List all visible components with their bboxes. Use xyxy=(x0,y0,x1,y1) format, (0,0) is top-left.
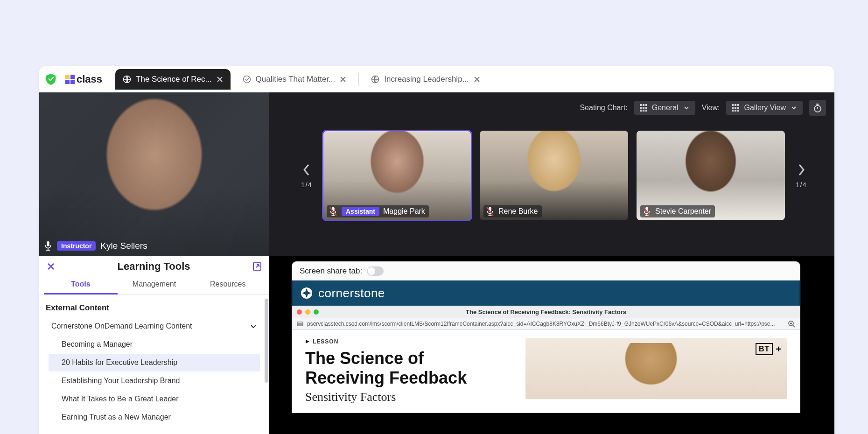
sidebar-scrollbar[interactable] xyxy=(265,299,268,383)
course-item[interactable]: 20 Habits for Executive Leadership xyxy=(49,354,260,371)
lesson-title-line2: Receiving Feedback xyxy=(305,368,467,387)
close-icon[interactable] xyxy=(217,76,223,83)
site-settings-icon[interactable] xyxy=(297,321,303,327)
instructor-photo xyxy=(39,92,269,256)
sidebar-tab-resources[interactable]: Resources xyxy=(191,275,265,294)
sidebar-title: Learning Tools xyxy=(55,260,252,273)
participant-name: Maggie Park xyxy=(383,207,425,216)
tile-footer: Assistant Maggie Park xyxy=(327,205,429,217)
zoom-icon[interactable] xyxy=(788,320,795,328)
timer-button[interactable] xyxy=(809,100,826,116)
bt-badge-text: BT xyxy=(756,343,773,355)
svg-rect-22 xyxy=(737,107,739,109)
tab-label: The Science of Rec... xyxy=(136,75,212,84)
svg-rect-7 xyxy=(47,241,49,246)
globe-icon xyxy=(371,75,379,84)
tile-footer: Stevie Carpenter xyxy=(640,205,715,217)
sidebar-tab-management[interactable]: Management xyxy=(118,275,191,294)
participant-tile-maggie[interactable]: Assistant Maggie Park xyxy=(323,131,471,220)
participant-tile-rene[interactable]: Rene Burke xyxy=(480,131,628,220)
svg-rect-12 xyxy=(643,107,644,109)
svg-rect-1 xyxy=(70,75,75,79)
svg-rect-20 xyxy=(732,107,734,109)
participant-name: Stevie Carpenter xyxy=(655,207,711,216)
svg-rect-16 xyxy=(645,110,647,112)
sidebar-tab-tools[interactable]: Tools xyxy=(44,275,118,294)
view-controls: Seating Chart: General View: Gallery Vie… xyxy=(580,100,826,116)
seating-chart-value: General xyxy=(652,104,679,112)
course-item[interactable]: Becoming a Manager xyxy=(49,336,260,353)
participant-tile-stevie[interactable]: Stevie Carpenter xyxy=(637,131,785,220)
page-indicator-right: 1/4 xyxy=(796,181,807,189)
svg-rect-23 xyxy=(732,110,734,112)
app-window: class The Science of Rec... Qualities Th… xyxy=(39,66,834,434)
tab-increasing-leadership[interactable]: Increasing Leadership... xyxy=(364,69,487,90)
lesson-title-line1: The Science of xyxy=(305,349,424,368)
check-circle-icon xyxy=(243,75,251,84)
svg-rect-17 xyxy=(732,104,734,106)
role-badge-instructor: Instructor xyxy=(57,241,96,251)
gallery-prev-col: 1/4 xyxy=(301,163,313,189)
mac-minimize-dot[interactable] xyxy=(305,309,310,315)
chevron-left-icon[interactable] xyxy=(301,163,313,177)
close-icon[interactable] xyxy=(340,76,346,83)
svg-rect-10 xyxy=(645,104,647,106)
plus-icon: + xyxy=(776,344,781,355)
brand-mark-icon xyxy=(65,75,75,84)
sidebar-folder[interactable]: Cornerstone OnDemand Learning Content xyxy=(46,317,263,335)
tab-separator xyxy=(358,73,359,86)
url-text[interactable]: pservclasstech.csod.com/lms/scorm/client… xyxy=(307,321,784,327)
microphone-muted-icon xyxy=(642,206,651,217)
role-badge-assistant: Assistant xyxy=(342,207,379,216)
screen-share-label: Screen share tab: xyxy=(300,266,362,276)
seating-chart-dropdown[interactable]: General xyxy=(634,101,695,115)
svg-rect-2 xyxy=(65,80,70,84)
chevron-down-icon xyxy=(250,322,257,330)
tab-science-of-rec[interactable]: The Science of Rec... xyxy=(115,69,231,90)
expand-icon[interactable] xyxy=(252,262,262,271)
tab-qualities[interactable]: Qualities That Matter... xyxy=(235,69,354,90)
svg-rect-24 xyxy=(735,110,736,112)
svg-rect-0 xyxy=(65,75,70,79)
lesson-tag: LESSON xyxy=(305,338,516,345)
browser-address-bar: pservclasstech.csod.com/lms/scorm/client… xyxy=(292,318,800,330)
instructor-name: Kyle Sellers xyxy=(100,241,147,251)
page-indicator-left: 1/4 xyxy=(301,181,312,189)
cornerstone-banner: cornerstone xyxy=(292,280,800,306)
svg-rect-13 xyxy=(645,107,647,109)
bt-plus-badge: BT + xyxy=(756,343,781,355)
participant-name: Rene Burke xyxy=(498,207,538,216)
brand-name: class xyxy=(77,73,102,85)
view-value: Gallery View xyxy=(744,104,786,112)
microphone-muted-icon xyxy=(329,206,338,217)
svg-rect-32 xyxy=(297,322,303,323)
screen-share-toggle-row: Screen share tab: xyxy=(292,262,800,280)
svg-rect-33 xyxy=(297,324,303,326)
course-item[interactable]: Earning Trust as a New Manager xyxy=(49,408,260,426)
svg-point-5 xyxy=(243,76,250,83)
screen-share-window: Screen share tab: cornerstone The Scien xyxy=(292,261,800,413)
view-dropdown[interactable]: Gallery View xyxy=(726,101,803,115)
mac-window-bar: The Science of Receiving Feedback: Sensi… xyxy=(292,306,800,318)
tab-label: Increasing Leadership... xyxy=(384,75,469,84)
svg-rect-25 xyxy=(737,110,739,112)
close-icon[interactable] xyxy=(47,262,55,271)
svg-rect-21 xyxy=(735,107,736,109)
grid-icon xyxy=(732,104,739,112)
instructor-video-tile[interactable]: Instructor Kyle Sellers xyxy=(39,92,269,256)
gallery-next-col: 1/4 xyxy=(795,163,807,189)
brand-logo: class xyxy=(65,73,102,85)
microphone-muted-icon xyxy=(485,206,495,217)
mac-close-dot[interactable] xyxy=(297,309,302,315)
sidebar-section-header: External Content xyxy=(46,303,263,313)
course-item[interactable]: What It Takes to Be a Great Leader xyxy=(49,390,260,408)
lesson-subtitle: Sensitivity Factors xyxy=(305,390,516,404)
chevron-down-icon xyxy=(683,105,690,111)
close-icon[interactable] xyxy=(474,76,480,83)
screen-share-toggle[interactable] xyxy=(367,266,384,276)
mac-zoom-dot[interactable] xyxy=(314,309,319,315)
sidebar-tabs: Tools Management Resources xyxy=(39,275,269,295)
lesson-title: The Science of Receiving Feedback xyxy=(305,349,516,388)
course-item[interactable]: Establishing Your Leadership Brand xyxy=(49,372,260,390)
chevron-right-icon[interactable] xyxy=(795,163,807,177)
